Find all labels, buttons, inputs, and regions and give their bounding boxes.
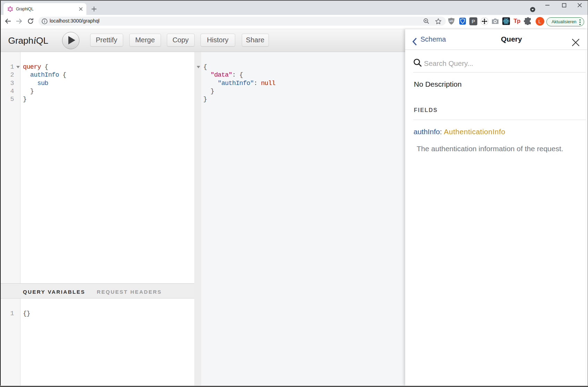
svg-text:uO: uO <box>449 19 453 23</box>
